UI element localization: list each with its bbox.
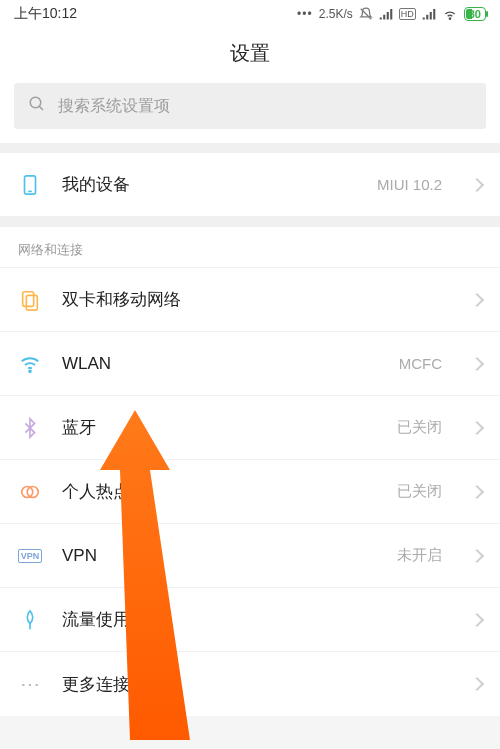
row-label: 个人热点 <box>62 480 377 503</box>
svg-rect-6 <box>26 295 37 310</box>
search-bar[interactable]: 搜索系统设置项 <box>14 83 486 129</box>
signal-icon <box>379 7 393 21</box>
chevron-right-icon <box>470 292 484 306</box>
svg-point-7 <box>29 370 31 372</box>
row-label: 蓝牙 <box>62 416 377 439</box>
row-hotspot[interactable]: 个人热点 已关闭 <box>0 460 500 524</box>
row-value: 未开启 <box>397 546 442 565</box>
section-header-network: 网络和连接 <box>0 227 500 268</box>
phone-icon <box>18 173 42 197</box>
row-my-device[interactable]: 我的设备 MIUI 10.2 <box>0 153 500 217</box>
row-value: MCFC <box>399 355 442 372</box>
svg-point-0 <box>449 18 450 19</box>
row-sim[interactable]: 双卡和移动网络 <box>0 268 500 332</box>
status-bar: 上午10:12 ••• 2.5K/s HD 30 <box>0 0 500 28</box>
more-dots-icon: ••• <box>297 7 313 21</box>
row-value: MIUI 10.2 <box>377 176 442 193</box>
chevron-right-icon <box>470 177 484 191</box>
row-label: VPN <box>62 546 377 566</box>
battery-icon: 30 <box>464 7 486 21</box>
chevron-right-icon <box>470 420 484 434</box>
more-icon: ⋯ <box>18 672 42 696</box>
row-data-usage[interactable]: 流量使用情况 <box>0 588 500 652</box>
chevron-right-icon <box>470 356 484 370</box>
row-value: 已关闭 <box>397 418 442 437</box>
section-gap <box>0 143 500 153</box>
search-icon <box>28 95 46 117</box>
header: 设置 <box>0 28 500 83</box>
row-value: 已关闭 <box>397 482 442 501</box>
bluetooth-icon <box>18 416 42 440</box>
row-wlan[interactable]: WLAN MCFC <box>0 332 500 396</box>
vpn-icon: VPN <box>18 544 42 568</box>
hd-icon: HD <box>399 8 416 20</box>
status-right: ••• 2.5K/s HD 30 <box>297 6 486 22</box>
wifi-icon <box>18 352 42 376</box>
svg-line-2 <box>39 106 43 110</box>
data-usage-icon <box>18 608 42 632</box>
wifi-icon <box>442 6 458 22</box>
search-bar-wrap: 搜索系统设置项 <box>0 83 500 143</box>
net-speed: 2.5K/s <box>319 7 353 21</box>
row-vpn[interactable]: VPN VPN 未开启 <box>0 524 500 588</box>
page-title: 设置 <box>0 40 500 67</box>
chevron-right-icon <box>470 548 484 562</box>
svg-point-1 <box>30 97 41 108</box>
row-label: 我的设备 <box>62 173 357 196</box>
chevron-right-icon <box>470 484 484 498</box>
section-gap <box>0 217 500 227</box>
signal-icon-2 <box>422 7 436 21</box>
row-label: 更多连接方式 <box>62 673 422 696</box>
row-label: WLAN <box>62 354 379 374</box>
row-label: 双卡和移动网络 <box>62 288 422 311</box>
row-more-connections[interactable]: ⋯ 更多连接方式 <box>0 652 500 716</box>
chevron-right-icon <box>470 677 484 691</box>
hotspot-icon <box>18 480 42 504</box>
status-time: 上午10:12 <box>14 5 77 23</box>
row-label: 流量使用情况 <box>62 608 422 631</box>
svg-rect-5 <box>23 291 34 306</box>
dnd-icon <box>359 7 373 21</box>
chevron-right-icon <box>470 612 484 626</box>
search-placeholder: 搜索系统设置项 <box>58 96 170 117</box>
sim-icon <box>18 288 42 312</box>
row-bluetooth[interactable]: 蓝牙 已关闭 <box>0 396 500 460</box>
